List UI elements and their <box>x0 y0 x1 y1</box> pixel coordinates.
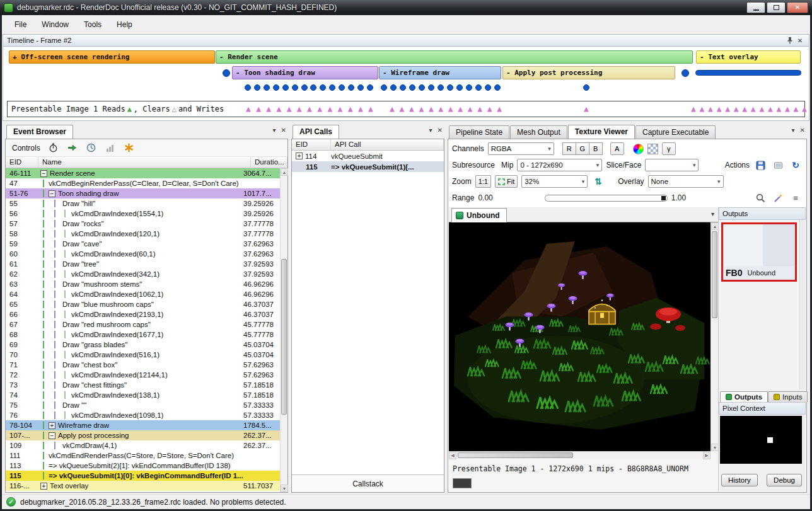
sync-icon[interactable] <box>86 142 97 154</box>
draw-event-dot[interactable] <box>245 84 251 91</box>
menu-item-window[interactable]: Window <box>34 18 76 32</box>
timeline-bar-text-overlay[interactable]: - Text overlay <box>696 50 801 64</box>
resource-usage-strip[interactable]: Presentable Image 1 Reads ▲ , Clears △ a… <box>7 101 805 117</box>
pixel-context-canvas[interactable] <box>720 416 802 464</box>
event-row[interactable]: 62vkCmdDrawIndexed(342,1)37.92593 <box>6 269 280 279</box>
timeline-bar-offscreen[interactable]: + Off-screen scene rendering <box>9 50 215 64</box>
tab-api-calls[interactable]: API Calls <box>293 125 339 139</box>
channel-b-button[interactable]: B <box>589 142 603 155</box>
expand-icon[interactable]: + <box>40 483 47 490</box>
event-row[interactable]: 75Draw ""57.33333 <box>6 400 280 410</box>
stats-icon[interactable] <box>105 142 116 154</box>
write-marker-icon[interactable]: ▲ <box>277 105 282 113</box>
draw-event-dot[interactable] <box>428 84 434 91</box>
colorwheel-icon[interactable] <box>633 144 644 154</box>
range-menu-icon[interactable]: ≡ <box>789 192 803 204</box>
mip-dropdown[interactable]: 0 - 1272x690 ▾ <box>517 159 602 171</box>
event-row[interactable]: 57Draw "rocks"37.77778 <box>6 219 280 229</box>
write-marker-icon[interactable]: ▲ <box>358 105 363 113</box>
column-eid[interactable]: EID <box>6 157 38 168</box>
write-marker-icon[interactable]: ▲ <box>429 105 434 113</box>
write-marker-icon[interactable]: ▲ <box>390 105 395 113</box>
event-row[interactable]: 109vkCmdDraw(4,1)262.37... <box>6 440 280 451</box>
write-marker-icon[interactable]: ▲ <box>785 105 790 113</box>
write-marker-icon[interactable]: ▲ <box>725 105 730 113</box>
write-marker-icon[interactable]: ▲ <box>497 105 502 113</box>
draw-event-dot[interactable] <box>438 84 444 91</box>
zoom-range-icon[interactable] <box>753 192 767 204</box>
panel-close-icon[interactable]: ✕ <box>438 127 443 134</box>
draw-event-dot[interactable] <box>357 84 364 91</box>
draw-event-dot[interactable] <box>301 84 308 91</box>
draw-event-dot[interactable] <box>348 84 354 91</box>
checkerboard-icon[interactable] <box>647 144 658 154</box>
draw-event-dot[interactable] <box>409 84 415 91</box>
title-bar[interactable]: debugmarker.rdc - RenderDoc Unofficial r… <box>0 0 812 15</box>
texture-vscrollbar[interactable]: ▲ ▼ <box>710 222 718 451</box>
scroll-right-icon[interactable]: ▶ <box>703 452 710 459</box>
write-marker-icon[interactable]: ▲ <box>776 105 781 113</box>
event-row[interactable]: 78-104+Wireframe draw1784.5... <box>6 420 280 430</box>
collapse-icon[interactable]: − <box>40 170 47 177</box>
sliceface-dropdown[interactable]: ▾ <box>645 159 699 171</box>
event-row[interactable]: 58vkCmdDrawIndexed(120,1)37.77778 <box>6 229 280 239</box>
event-row[interactable]: 115=> vkQueueSubmit(1)[0]: vkBeginComman… <box>6 471 280 481</box>
draw-event-dot[interactable] <box>475 84 482 91</box>
callstack-section[interactable]: Callstack <box>292 474 444 492</box>
pin-icon[interactable] <box>785 36 795 45</box>
draw-event-dot[interactable] <box>419 84 425 91</box>
write-marker-icon[interactable]: ▲ <box>477 105 482 113</box>
write-marker-icon[interactable]: ▲ <box>759 105 764 113</box>
write-marker-icon[interactable]: ▲ <box>751 105 756 113</box>
draw-event-dot[interactable] <box>339 84 345 91</box>
draw-event-dot[interactable] <box>310 84 316 91</box>
draw-event-dot[interactable] <box>447 84 453 91</box>
draw-event-dot[interactable] <box>390 84 397 91</box>
write-marker-icon[interactable]: ▲ <box>409 105 414 113</box>
event-row[interactable]: 68vkCmdDrawIndexed(1677,1)45.77778 <box>6 330 280 340</box>
save-icon[interactable] <box>753 159 767 171</box>
write-marker-icon[interactable]: ▲ <box>794 105 799 113</box>
maximize-button[interactable] <box>767 2 786 13</box>
minimize-button[interactable] <box>746 2 765 13</box>
event-row[interactable]: 76vkCmdDrawIndexed(1098,1)57.33333 <box>6 410 280 420</box>
scrollbar-thumb[interactable] <box>712 231 717 318</box>
channel-g-button[interactable]: G <box>576 142 589 155</box>
draw-event-dot[interactable] <box>400 84 406 91</box>
column-eid[interactable]: EID <box>292 139 331 150</box>
write-marker-icon[interactable]: ▲ <box>691 105 696 113</box>
write-marker-icon[interactable]: ▲ <box>487 105 492 113</box>
timeline-bar-render-scene[interactable]: - Render scene <box>216 50 693 64</box>
write-marker-icon[interactable]: ▲ <box>266 105 271 113</box>
draw-event-dot[interactable] <box>494 84 501 91</box>
range-slider-handle[interactable] <box>661 196 666 200</box>
scroll-up-icon[interactable]: ▲ <box>281 168 288 176</box>
write-marker-icon[interactable]: ▲ <box>734 105 739 113</box>
event-row[interactable]: 60vkCmdDrawIndexed(60,1)37.62963 <box>6 249 280 259</box>
scroll-left-icon[interactable]: ◀ <box>449 452 456 459</box>
event-row[interactable]: 64vkCmdDrawIndexed(1062,1)46.96296 <box>6 289 280 299</box>
event-row[interactable]: 63Draw "mushroom stems"46.96296 <box>6 279 280 289</box>
tab-unbound-texture[interactable]: Unbound <box>451 208 507 222</box>
timeline-close-icon[interactable]: ✕ <box>795 36 805 45</box>
panel-close-icon[interactable]: ✕ <box>800 127 805 134</box>
write-marker-icon[interactable]: ▲ <box>708 105 713 113</box>
overlay-dropdown[interactable]: None ▾ <box>648 175 724 188</box>
write-marker-icon[interactable]: ▲ <box>246 105 251 113</box>
write-marker-icon[interactable]: ▲ <box>399 105 404 113</box>
event-row[interactable]: 74vkCmdDrawIndexed(138,1)57.18518 <box>6 390 280 400</box>
event-row[interactable]: 70vkCmdDrawIndexed(516,1)45.03704 <box>6 350 280 360</box>
draw-event-dot[interactable] <box>329 84 335 91</box>
write-marker-icon[interactable]: ▲ <box>802 105 807 113</box>
output-fb0-thumbnail[interactable]: FB0 Unbound <box>721 222 797 282</box>
event-circle[interactable] <box>682 69 689 77</box>
timeline-bar-post-processing[interactable]: - Apply post processing <box>502 66 675 79</box>
event-row[interactable]: 113=> vkQueueSubmit(2)[1]: vkEndCommandB… <box>6 461 280 471</box>
tab-inputs[interactable]: Inputs <box>768 391 808 402</box>
event-browser-scrollbar[interactable]: ▲ ▼ <box>280 168 287 492</box>
tab-mesh-output[interactable]: Mesh Output <box>510 125 567 139</box>
write-marker-icon[interactable]: ▲ <box>458 105 463 113</box>
write-marker-icon[interactable]: ▲ <box>317 105 322 113</box>
scroll-down-icon[interactable]: ▼ <box>281 485 288 492</box>
panel-close-icon[interactable]: ✕ <box>281 127 286 134</box>
